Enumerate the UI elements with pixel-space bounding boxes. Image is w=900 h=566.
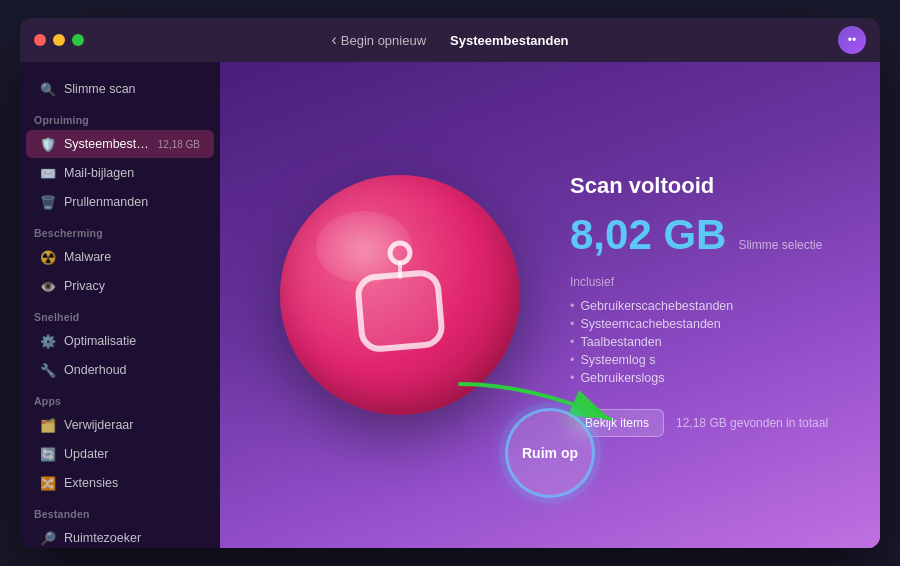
main-content: 🔍 Slimme scan Opruiming 🛡️ Systeembestan… [20, 62, 880, 548]
sidebar-item-ruimtezoeker[interactable]: 🔎 Ruimtezoeker [26, 524, 214, 548]
sidebar-item-label: Updater [64, 447, 200, 461]
found-text: 12,18 GB gevonden in totaal [676, 416, 828, 430]
section-apps: Apps [20, 385, 220, 410]
traffic-lights [34, 34, 84, 46]
list-item: Gebruikerscachebestanden [570, 297, 850, 315]
space-icon: 🔎 [40, 530, 56, 546]
sidebar-item-label: Malware [64, 250, 200, 264]
back-nav[interactable]: ‹ Begin opnieuw [331, 31, 426, 49]
sidebar-item-onderhoud[interactable]: 🔧 Onderhoud [26, 356, 214, 384]
smart-select-link[interactable]: Slimme selectie [738, 238, 822, 252]
scan-size: 8,02 GB [570, 211, 726, 259]
sidebar-item-malware[interactable]: ☢️ Malware [26, 243, 214, 271]
svg-rect-2 [357, 272, 443, 351]
sidebar-item-updater[interactable]: 🔄 Updater [26, 440, 214, 468]
sidebar-item-label: Verwijderaar [64, 418, 200, 432]
inclusief-label: Inclusief [570, 275, 850, 289]
chevron-left-icon: ‹ [331, 31, 336, 49]
sidebar-item-label: Systeembestand... [64, 137, 150, 151]
sidebar-item-label: Extensies [64, 476, 200, 490]
close-button[interactable] [34, 34, 46, 46]
sidebar-item-systeembestanden[interactable]: 🛡️ Systeembestand... 12,18 GB [26, 130, 214, 158]
mail-icon: ✉️ [40, 165, 56, 181]
update-icon: 🔄 [40, 446, 56, 462]
sidebar-item-label: Slimme scan [64, 82, 200, 96]
section-bescherming: Bescherming [20, 217, 220, 242]
maximize-button[interactable] [72, 34, 84, 46]
minimize-button[interactable] [53, 34, 65, 46]
sidebar-item-label: Mail-bijlagen [64, 166, 200, 180]
sidebar: 🔍 Slimme scan Opruiming 🛡️ Systeembestan… [20, 62, 220, 548]
cleanup-button-area: Ruim op [505, 408, 595, 498]
app-window: ‹ Begin opnieuw Systeembestanden •• 🔍 Sl… [20, 18, 880, 548]
cleanup-button[interactable]: Ruim op [505, 408, 595, 498]
tag-svg-icon [345, 235, 455, 355]
titlebar-actions: •• [838, 26, 866, 54]
section-snelheid: Snelheid [20, 301, 220, 326]
titlebar: ‹ Begin opnieuw Systeembestanden •• [20, 18, 880, 62]
titlebar-center: ‹ Begin opnieuw Systeembestanden [331, 31, 568, 49]
sidebar-item-label: Optimalisatie [64, 334, 200, 348]
list-item: Taalbestanden [570, 333, 850, 351]
sidebar-item-label: Ruimtezoeker [64, 531, 200, 545]
sidebar-item-optimalisatie[interactable]: ⚙️ Optimalisatie [26, 327, 214, 355]
malware-icon: ☢️ [40, 249, 56, 265]
scan-complete-title: Scan voltooid [570, 173, 850, 199]
optimize-icon: ⚙️ [40, 333, 56, 349]
sidebar-item-extensies[interactable]: 🔀 Extensies [26, 469, 214, 497]
maintenance-icon: 🔧 [40, 362, 56, 378]
back-label[interactable]: Begin opnieuw [341, 33, 426, 48]
sidebar-item-verwijderaar[interactable]: 🗂️ Verwijderaar [26, 411, 214, 439]
sidebar-item-slimme-scan[interactable]: 🔍 Slimme scan [26, 75, 214, 103]
section-opruiming: Opruiming [20, 104, 220, 129]
window-title: Systeembestanden [450, 33, 569, 48]
sidebar-item-label: Prullenmanden [64, 195, 200, 209]
section-bestanden: Bestanden [20, 498, 220, 523]
sidebar-badge: 12,18 GB [158, 139, 200, 150]
extensions-icon: 🔀 [40, 475, 56, 491]
list-item: Systeemcachebestanden [570, 315, 850, 333]
sidebar-item-mail-bijlagen[interactable]: ✉️ Mail-bijlagen [26, 159, 214, 187]
svg-point-0 [390, 243, 410, 263]
uninstall-icon: 🗂️ [40, 417, 56, 433]
scan-icon: 🔍 [40, 81, 56, 97]
cleanup-button-label: Ruim op [522, 445, 578, 461]
privacy-icon: 👁️ [40, 278, 56, 294]
content-area: Ruim op Scan voltooid 8,02 GB Slimme sel… [220, 62, 880, 548]
systeembestanden-icon: 🛡️ [40, 136, 56, 152]
trash-icon: 🗑️ [40, 194, 56, 210]
sidebar-item-prullenmanden[interactable]: 🗑️ Prullenmanden [26, 188, 214, 216]
avatar-button[interactable]: •• [838, 26, 866, 54]
sidebar-item-label: Privacy [64, 279, 200, 293]
sidebar-item-label: Onderhoud [64, 363, 200, 377]
sidebar-item-privacy[interactable]: 👁️ Privacy [26, 272, 214, 300]
